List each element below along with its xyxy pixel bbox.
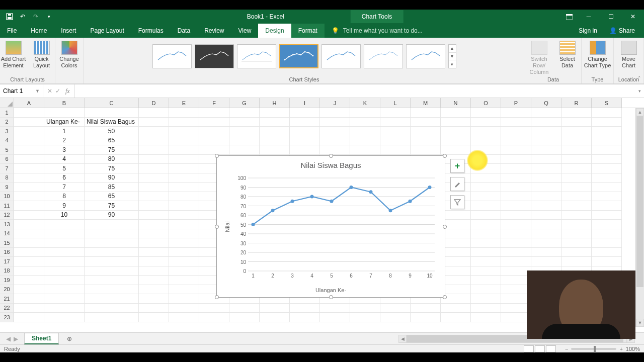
col-header[interactable]: F (199, 98, 229, 108)
cell[interactable] (501, 127, 531, 136)
cell[interactable] (169, 229, 199, 239)
row-header[interactable]: 21 (0, 294, 14, 304)
close-button[interactable]: ✕ (622, 10, 644, 24)
row-header[interactable]: 3 (0, 127, 14, 136)
cell[interactable] (531, 173, 561, 183)
cell[interactable] (169, 238, 199, 248)
name-box-dropdown-icon[interactable]: ▼ (35, 88, 40, 94)
cell[interactable] (380, 136, 411, 146)
cell[interactable] (14, 229, 44, 239)
cell[interactable] (320, 118, 350, 127)
cell[interactable] (14, 304, 44, 313)
cell[interactable] (169, 266, 199, 276)
cell[interactable] (501, 108, 531, 118)
cell[interactable] (139, 108, 169, 118)
cell[interactable] (139, 294, 169, 304)
ribbon-display-options-icon[interactable] (560, 10, 578, 24)
cell[interactable] (139, 173, 169, 183)
cell[interactable] (441, 229, 471, 239)
row-header[interactable]: 9 (0, 183, 14, 192)
fx-icon[interactable]: fx (65, 87, 70, 95)
cell[interactable]: 5 (44, 164, 85, 173)
chart-styles-gallery[interactable]: ▲▼▾ (152, 39, 456, 74)
cell[interactable] (139, 220, 169, 229)
cell[interactable]: 80 (85, 155, 139, 164)
cell[interactable] (139, 285, 169, 295)
cell[interactable] (139, 313, 169, 322)
cancel-formula-icon[interactable]: ✕ (47, 87, 52, 95)
cell[interactable] (139, 118, 169, 127)
cell[interactable] (501, 155, 531, 164)
select-data-button[interactable]: Select Data (554, 39, 581, 71)
gallery-scroll[interactable]: ▲▼▾ (448, 44, 456, 68)
cell[interactable] (471, 313, 501, 322)
cell[interactable] (169, 183, 199, 192)
cell[interactable] (441, 238, 471, 248)
row-header[interactable]: 8 (0, 173, 14, 183)
cell[interactable] (85, 257, 139, 266)
row-header[interactable]: 16 (0, 248, 14, 257)
cell[interactable]: 6 (44, 173, 85, 183)
cell[interactable] (441, 211, 471, 220)
col-header[interactable]: E (169, 98, 199, 108)
cell[interactable] (531, 164, 561, 173)
quick-layout-button[interactable]: Quick Layout (28, 39, 55, 71)
cell[interactable] (290, 108, 320, 118)
cell[interactable] (561, 238, 592, 248)
cell[interactable] (14, 238, 44, 248)
cell[interactable] (14, 155, 44, 164)
cell[interactable] (260, 118, 290, 127)
cell[interactable] (44, 257, 85, 266)
scroll-down-icon[interactable]: ▼ (636, 319, 644, 327)
save-icon[interactable] (4, 11, 15, 22)
change-colors-button[interactable]: Change Colors (56, 39, 83, 71)
chart-styles-button[interactable] (450, 177, 464, 191)
cell[interactable] (561, 136, 592, 146)
cell[interactable] (169, 211, 199, 220)
minimize-button[interactable]: ─ (578, 10, 600, 24)
cell[interactable] (139, 164, 169, 173)
cell[interactable] (199, 136, 229, 146)
cell[interactable] (139, 145, 169, 155)
cell[interactable] (561, 192, 592, 202)
cell[interactable] (531, 183, 561, 192)
cell[interactable] (471, 173, 501, 183)
cell[interactable] (561, 229, 592, 239)
cell[interactable] (44, 238, 85, 248)
cell[interactable] (501, 164, 531, 173)
cell[interactable] (260, 304, 290, 313)
col-header[interactable]: H (260, 98, 290, 108)
cell[interactable] (169, 313, 199, 322)
enter-formula-icon[interactable]: ✓ (55, 87, 60, 95)
tab-insert[interactable]: Insert (54, 24, 83, 38)
cell[interactable] (501, 192, 531, 202)
cell[interactable] (411, 304, 441, 313)
cell[interactable] (229, 145, 260, 155)
cell[interactable] (441, 248, 471, 257)
cell[interactable] (441, 276, 471, 285)
cell[interactable] (44, 220, 85, 229)
cell[interactable] (260, 313, 290, 322)
cell[interactable] (260, 108, 290, 118)
cell[interactable] (14, 145, 44, 155)
col-header[interactable]: O (471, 98, 501, 108)
cell[interactable] (85, 285, 139, 295)
cell[interactable] (139, 211, 169, 220)
tab-scroll-left-icon[interactable]: ◀ (6, 335, 11, 342)
cell[interactable]: 2 (44, 136, 85, 146)
qat-customize-icon[interactable]: ▾ (43, 11, 54, 22)
cell[interactable] (561, 248, 592, 257)
chart-elements-button[interactable]: + (450, 159, 464, 173)
cell[interactable] (169, 155, 199, 164)
cell[interactable] (14, 201, 44, 211)
cell[interactable] (320, 145, 350, 155)
cell[interactable] (471, 257, 501, 266)
cell[interactable] (169, 164, 199, 173)
cell[interactable] (229, 108, 260, 118)
cell[interactable] (139, 201, 169, 211)
cell[interactable] (471, 238, 501, 248)
chart-style-7[interactable] (406, 44, 445, 68)
cell[interactable] (411, 313, 441, 322)
cell[interactable] (471, 248, 501, 257)
cell[interactable] (501, 201, 531, 211)
